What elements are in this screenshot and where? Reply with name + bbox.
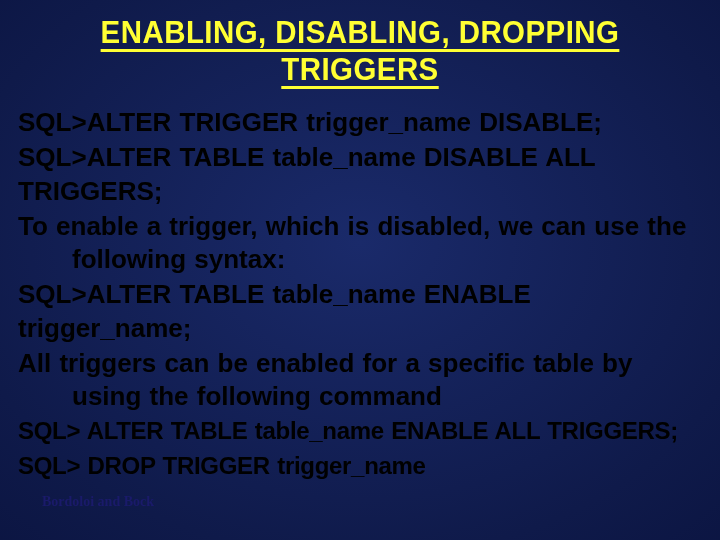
line-disable-trigger: SQL>ALTER TRIGGER trigger_name DISABLE; [18,106,702,139]
slide-body: SQL>ALTER TRIGGER trigger_name DISABLE; … [18,106,702,482]
line-disable-all: SQL>ALTER TABLE table_name DISABLE ALL T… [18,141,702,208]
line-enable-all: SQL> ALTER TABLE table_name ENABLE ALL T… [18,415,702,447]
slide-title: ENABLING, DISABLING, DROPPING TRIGGERS [45,14,674,88]
line-drop-trigger: SQL> DROP TRIGGER trigger_name [18,450,702,482]
slide: ENABLING, DISABLING, DROPPING TRIGGERS S… [0,0,720,540]
line-enable-trigger: SQL>ALTER TABLE table_name ENABLE trigge… [18,278,702,345]
line-enable-all-intro: All triggers can be enabled for a specif… [18,347,702,414]
footer-credit: Bordoloi and Bock [42,494,154,510]
line-enable-intro: To enable a trigger, which is disabled, … [18,210,702,277]
